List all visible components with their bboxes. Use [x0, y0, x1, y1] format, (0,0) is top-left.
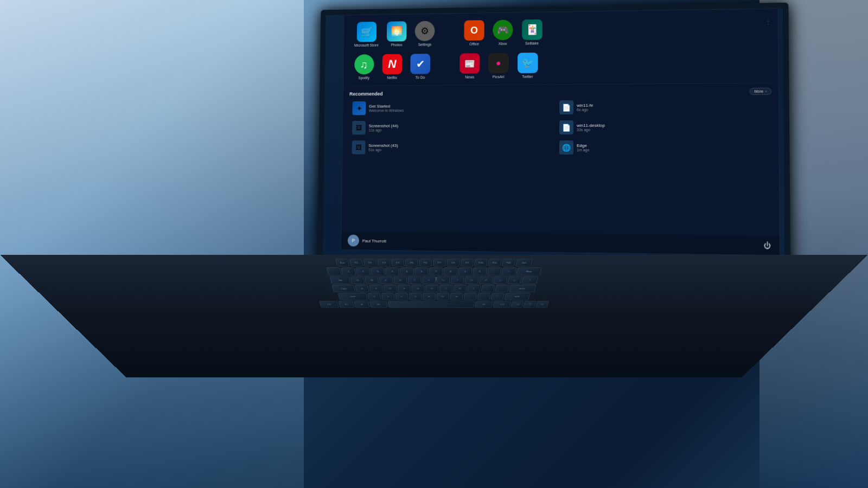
key-f10[interactable]: F10	[474, 259, 488, 266]
key-4[interactable]: 4	[385, 267, 400, 275]
user-profile[interactable]: P Paul Thurrott	[348, 235, 386, 247]
key-s[interactable]: S	[369, 285, 383, 292]
key-o[interactable]: O	[465, 277, 479, 284]
key-alt-left[interactable]: Alt	[369, 301, 388, 308]
key-j[interactable]: J	[439, 285, 452, 292]
key-5[interactable]: 5	[400, 267, 414, 275]
key-2[interactable]: 2	[355, 267, 371, 275]
key-h[interactable]: H	[425, 285, 438, 292]
app-label-netflix: Netflix	[387, 76, 397, 80]
rec-item-screenshot-44[interactable]: 🖼 Screenshot (44) 11s ago	[349, 118, 554, 137]
app-tile-solitaire[interactable]: 🃏 Solitaire	[517, 17, 547, 48]
key-u[interactable]: U	[437, 277, 450, 284]
app-tile-photos[interactable]: 🌅 Photos	[382, 18, 411, 49]
key-a[interactable]: A	[355, 285, 369, 292]
key-z[interactable]: Z	[367, 293, 381, 300]
rec-item-get-started[interactable]: ✦ Get Started Welcome to Windows	[349, 98, 555, 117]
key-f4[interactable]: F4	[391, 259, 405, 266]
app-tile-todo[interactable]: ✔ To Do	[406, 51, 435, 82]
key-right-arrow[interactable]: ▷	[535, 301, 549, 308]
key-c[interactable]: C	[395, 293, 409, 300]
key-f8[interactable]: F8	[446, 259, 459, 266]
key-w[interactable]: W	[365, 277, 379, 284]
key-f6[interactable]: F6	[419, 259, 432, 266]
app-tile-spotify[interactable]: ♫ Spotify	[349, 52, 378, 82]
more-button[interactable]: More ›	[749, 88, 771, 95]
key-m[interactable]: M	[450, 293, 463, 300]
key-down-arrow[interactable]: ▽	[523, 301, 536, 308]
key-del[interactable]: Del	[515, 259, 533, 266]
key-i[interactable]: I	[451, 277, 464, 284]
key-rbracket[interactable]: ]	[507, 277, 522, 284]
key-y[interactable]: Y	[422, 277, 436, 284]
key-slash[interactable]: /	[490, 293, 505, 300]
key-esc[interactable]: Esc	[335, 259, 350, 266]
rec-item-win11-desktop[interactable]: 📄 win11-desktop 33s ago	[556, 118, 772, 137]
key-alt-right[interactable]: Alt	[475, 301, 493, 308]
key-x[interactable]: X	[381, 293, 395, 300]
key-lshift[interactable]: Shift	[338, 293, 368, 300]
key-backslash[interactable]: \	[521, 277, 539, 284]
rec-item-edge[interactable]: 🌐 Edge 1m ago	[556, 138, 772, 157]
key-p[interactable]: P	[479, 277, 493, 284]
key-quote[interactable]: '	[495, 285, 509, 292]
key-v[interactable]: V	[409, 293, 422, 300]
key-f12[interactable]: F12	[501, 259, 515, 266]
key-lbracket[interactable]: [	[493, 277, 508, 284]
app-tile-news[interactable]: 📰 News	[455, 50, 484, 82]
key-backtick[interactable]: `	[326, 267, 342, 275]
key-e[interactable]: E	[379, 277, 393, 284]
app-tile-netflix[interactable]: N Netflix	[378, 52, 406, 82]
key-7[interactable]: 7	[429, 267, 443, 275]
key-comma[interactable]: ,	[463, 293, 477, 300]
key-g[interactable]: G	[411, 285, 424, 292]
key-enter[interactable]: Enter	[509, 285, 537, 292]
key-1[interactable]: 1	[341, 267, 356, 275]
key-fn[interactable]: Fn	[339, 301, 354, 308]
app-tile-microsoft-store[interactable]: 🛒 Microsoft Store	[350, 19, 383, 50]
key-ctrl[interactable]: Ctrl	[319, 301, 339, 308]
key-period[interactable]: .	[477, 293, 490, 300]
key-semicolon[interactable]: ;	[481, 285, 495, 292]
app-tile-office[interactable]: O Office	[460, 17, 489, 49]
key-backspace[interactable]: Bksp	[516, 267, 542, 275]
key-f[interactable]: F	[397, 285, 411, 292]
power-button[interactable]: ⏻	[761, 240, 773, 251]
key-space[interactable]	[387, 301, 474, 308]
app-tile-picsart[interactable]: ● PicsArt	[484, 50, 513, 82]
key-equals[interactable]: =	[502, 267, 517, 275]
key-f9[interactable]: F9	[461, 259, 474, 266]
key-3[interactable]: 3	[371, 267, 385, 275]
key-d[interactable]: D	[383, 285, 397, 292]
key-f2[interactable]: F2	[363, 259, 377, 266]
key-8[interactable]: 8	[444, 267, 458, 275]
key-tab[interactable]: Tab	[329, 277, 350, 284]
key-l[interactable]: L	[467, 285, 481, 292]
rec-item-win11-fe[interactable]: 📄 win11-fe 6s ago	[556, 97, 771, 117]
key-f1[interactable]: F1	[349, 259, 363, 266]
key-rshift[interactable]: Shift	[504, 293, 530, 300]
key-f7[interactable]: F7	[433, 259, 446, 266]
key-f3[interactable]: F3	[377, 259, 391, 266]
app-tile-xbox[interactable]: 🎮 Xbox	[488, 17, 517, 48]
key-9[interactable]: 9	[458, 267, 473, 275]
key-f5[interactable]: F5	[405, 259, 418, 266]
key-0[interactable]: 0	[473, 267, 487, 275]
key-win[interactable]: ⊞	[354, 301, 369, 308]
key-n[interactable]: N	[436, 293, 449, 300]
key-6[interactable]: 6	[414, 267, 428, 275]
key-r[interactable]: R	[393, 277, 407, 284]
key-left-arrow[interactable]: ◁	[511, 301, 524, 308]
app-tile-twitter[interactable]: 🐦 Twitter	[513, 50, 542, 81]
more-button-label: More	[755, 89, 764, 93]
key-ctrl-right[interactable]: Ctrl	[493, 301, 511, 308]
key-f11[interactable]: F11	[488, 259, 502, 266]
key-t[interactable]: T	[408, 277, 422, 284]
key-k[interactable]: K	[454, 285, 467, 292]
key-minus[interactable]: -	[487, 267, 502, 275]
key-b[interactable]: B	[423, 293, 436, 300]
key-caps[interactable]: Caps	[331, 285, 355, 292]
key-q[interactable]: Q	[350, 277, 365, 284]
app-tile-settings[interactable]: ⚙ Settings	[411, 18, 439, 49]
rec-item-screenshot-43[interactable]: 🖼 Screenshot (43) 51s ago	[349, 138, 554, 157]
